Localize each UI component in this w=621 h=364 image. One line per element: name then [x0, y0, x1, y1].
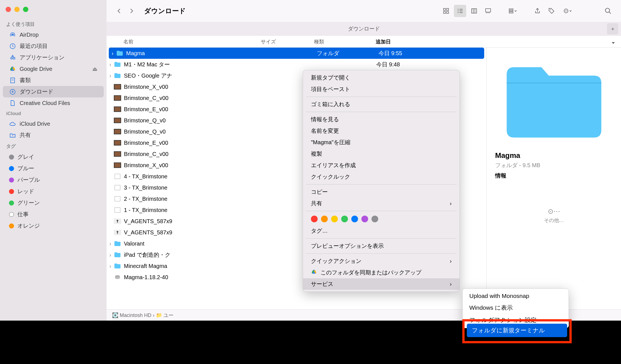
apps-icon: [9, 54, 16, 61]
column-headers: 名前 サイズ 種類 追加日⌄: [107, 36, 621, 48]
icon-view-button[interactable]: [440, 5, 452, 17]
preview-meta: フォルダ - 9.5 MB: [495, 162, 613, 169]
sidebar-item[interactable]: Google Drive⏏: [3, 63, 104, 74]
svg-line-33: [609, 12, 611, 14]
column-date[interactable]: 追加日⌄: [376, 38, 621, 45]
preview-more[interactable]: ⊙⋯ その他…: [495, 207, 613, 224]
tag-dot-icon: [9, 212, 14, 217]
group-button[interactable]: [504, 5, 521, 17]
sidebar-item[interactable]: Creative Cloud Files: [3, 97, 104, 109]
forward-button[interactable]: [126, 5, 137, 17]
context-menu-item[interactable]: クイックアクション›: [303, 255, 460, 267]
file-icon: [114, 106, 122, 112]
file-name: V_AGENTS_587x9: [124, 218, 261, 225]
disclosure-icon[interactable]: ›: [107, 263, 112, 269]
context-menu-item[interactable]: 名前を変更: [303, 125, 460, 137]
tag-color[interactable]: [311, 216, 318, 222]
sidebar-item[interactable]: iCloud Drive: [3, 118, 104, 129]
context-menu-item[interactable]: タグ…: [303, 225, 460, 237]
context-menu-item[interactable]: このフォルダを同期またはバックアップ: [303, 267, 460, 278]
context-menu-item[interactable]: クイックルック: [303, 171, 460, 183]
tag-color[interactable]: [341, 216, 348, 222]
context-menu-item[interactable]: プレビューオプションを表示: [303, 240, 460, 252]
column-name[interactable]: 名前: [107, 38, 261, 45]
sidebar-item[interactable]: 仕事: [3, 209, 104, 220]
share-button[interactable]: [531, 5, 544, 17]
disclosure-icon[interactable]: ›: [107, 73, 112, 79]
context-menu-item[interactable]: 新規タブで開く: [303, 72, 460, 83]
submenu-item[interactable]: Upload with Monosnap: [464, 290, 567, 302]
file-name: Brimstone_X_v00: [124, 162, 261, 169]
tag-color[interactable]: [321, 216, 328, 222]
column-size[interactable]: サイズ: [261, 38, 314, 45]
file-icon: [114, 274, 122, 280]
new-tab-button[interactable]: ＋: [607, 23, 618, 34]
sidebar-item[interactable]: グレイ: [3, 151, 104, 163]
list-view-button[interactable]: [454, 5, 466, 17]
tag-color[interactable]: [371, 216, 378, 222]
file-row[interactable]: ›M1・M2 Mac ター今日 9:48: [107, 59, 486, 70]
svg-rect-39: [114, 107, 121, 111]
context-menu[interactable]: 新規タブで開く項目をペーストゴミ箱に入れる情報を見る名前を変更"Magma"を圧…: [303, 70, 460, 292]
submenu-item[interactable]: Windows に表示: [464, 302, 567, 314]
context-menu-item[interactable]: 情報を見る: [303, 114, 460, 125]
file-kind: フォルダ: [317, 50, 378, 57]
tag-dot-icon: [9, 200, 14, 206]
sidebar-item[interactable]: アプリケーション: [3, 52, 104, 63]
tab[interactable]: ダウンロード: [348, 25, 380, 32]
context-menu-item[interactable]: ゴミ箱に入れる: [303, 99, 460, 110]
submenu-item-new-terminal[interactable]: フォルダに新規ターミナル: [467, 324, 567, 337]
svg-point-11: [458, 9, 459, 10]
context-menu-item[interactable]: サービス›: [303, 278, 460, 290]
context-menu-item[interactable]: エイリアスを作成: [303, 160, 460, 171]
doc-icon: [9, 77, 16, 84]
tag-color[interactable]: [331, 216, 338, 222]
file-row[interactable]: ›Magmaフォルダ今日 9:55: [109, 48, 484, 59]
context-menu-item[interactable]: 共有›: [303, 198, 460, 209]
sidebar-item-label: 仕事: [17, 211, 29, 218]
tab-bar: ダウンロード ＋: [107, 22, 621, 36]
file-icon: [114, 252, 122, 258]
tag-picker[interactable]: [303, 213, 460, 225]
sidebar-item-label: 書類: [20, 76, 31, 84]
sidebar-item[interactable]: ブルー: [3, 163, 104, 174]
disclosure-icon[interactable]: ›: [107, 61, 112, 68]
highlight-annotation: フォルダに新規ターミナル: [462, 319, 572, 343]
disclosure-icon[interactable]: ›: [107, 252, 112, 258]
eject-icon[interactable]: ⏏: [92, 66, 98, 72]
context-menu-item[interactable]: 項目をペースト: [303, 83, 460, 95]
sidebar-item[interactable]: AirDrop: [3, 29, 104, 40]
svg-rect-41: [114, 118, 121, 122]
sidebar-item[interactable]: 最近の項目: [3, 40, 104, 52]
tag-color[interactable]: [361, 216, 368, 222]
column-view-button[interactable]: [468, 5, 480, 17]
context-menu-item[interactable]: コピー: [303, 186, 460, 198]
tag-button[interactable]: [545, 5, 558, 17]
action-button[interactable]: [559, 5, 576, 17]
minimize-button[interactable]: [14, 7, 20, 12]
context-menu-item[interactable]: "Magma"を圧縮: [303, 137, 460, 148]
context-menu-item[interactable]: 複製: [303, 148, 460, 160]
search-button[interactable]: [602, 5, 614, 17]
back-button[interactable]: [113, 5, 124, 17]
sidebar-item[interactable]: パープル: [3, 174, 104, 186]
file-icon: [114, 118, 122, 123]
column-kind[interactable]: 種類: [314, 38, 376, 45]
svg-point-30: [565, 11, 565, 11]
sidebar-item[interactable]: グリーン: [3, 197, 104, 209]
disclosure-icon[interactable]: ›: [107, 241, 112, 247]
gallery-view-button[interactable]: [482, 5, 494, 17]
preview-name: Magma: [495, 151, 613, 160]
file-icon: [114, 241, 122, 247]
sidebar-item[interactable]: 共有: [3, 129, 104, 141]
sidebar-item-label: オレンジ: [17, 222, 40, 230]
sidebar-item[interactable]: ダウンロード: [3, 86, 104, 97]
file-name: 4 - TX_Brimstone: [124, 173, 261, 180]
disclosure-icon[interactable]: ›: [109, 50, 114, 57]
maximize-button[interactable]: [23, 7, 28, 12]
tag-color[interactable]: [351, 216, 358, 222]
sidebar-item[interactable]: オレンジ: [3, 220, 104, 232]
close-button[interactable]: [6, 7, 11, 12]
sidebar-item[interactable]: 書類: [3, 74, 104, 86]
sidebar-item[interactable]: レッド: [3, 186, 104, 197]
